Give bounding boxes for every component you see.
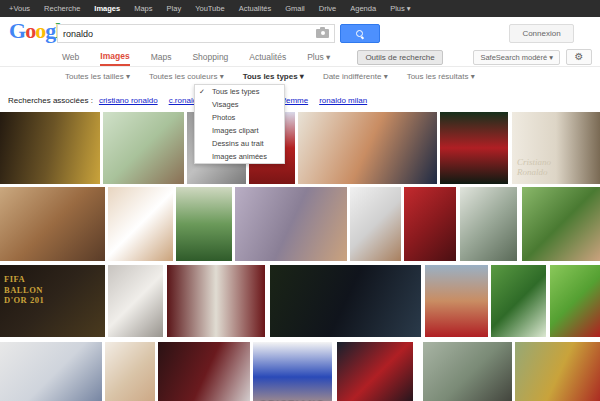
logo-letter: o (35, 18, 45, 43)
search-header: Google Connexion (0, 17, 600, 48)
image-thumbnail[interactable] (0, 342, 102, 401)
tabs-right-group: SafeSearch modéré ▾ ⚙ (473, 49, 592, 65)
topbar-link-youtube[interactable]: YouTube (195, 4, 224, 13)
image-thumbnail[interactable] (103, 112, 184, 184)
topbar-link-recherche[interactable]: Recherche (44, 4, 80, 13)
topbar-link-actualits[interactable]: Actualités (239, 4, 272, 13)
related-search-link[interactable]: cristiano ronaldo (99, 96, 158, 105)
filter-dateindifférente[interactable]: Date indifférente ▾ (323, 72, 388, 81)
filter-touslesrésultats[interactable]: Tous les résultats ▾ (407, 72, 475, 81)
related-searches: Recherches associées : cristiano ronaldo… (0, 93, 600, 107)
search-button[interactable] (340, 24, 380, 43)
tab-shopping[interactable]: Shopping (192, 48, 228, 66)
filter-touslestypes[interactable]: Tous les types ▾ (243, 72, 304, 81)
dropdown-item-tous-les-types[interactable]: ✓Tous les types (195, 85, 284, 98)
topbar-link-vous[interactable]: +Vous (9, 4, 30, 13)
type-filter-dropdown: ✓Tous les typesVisagesPhotosImages clipa… (194, 84, 285, 164)
image-thumbnail[interactable] (350, 187, 401, 261)
image-thumbnail[interactable] (550, 265, 600, 337)
tab-images[interactable]: Images (100, 48, 129, 66)
search-box (57, 24, 335, 43)
dropdown-item-images-animées[interactable]: Images animées (195, 150, 284, 163)
image-thumbnail[interactable] (337, 342, 413, 401)
search-input[interactable] (58, 29, 316, 39)
filter-touteslestailles[interactable]: Toutes les tailles ▾ (65, 72, 130, 81)
image-thumbnail[interactable] (0, 112, 100, 184)
tab-plus[interactable]: Plus ▾ (307, 48, 330, 66)
topbar-link-agenda[interactable]: Agenda (350, 4, 376, 13)
image-thumbnail[interactable] (404, 187, 456, 261)
image-thumbnail[interactable] (108, 187, 173, 261)
image-thumbnail[interactable]: CRISTIANO (253, 342, 332, 401)
topbar-link-images[interactable]: Images (94, 4, 120, 13)
image-thumbnail[interactable] (515, 342, 600, 401)
logo-letter: g (45, 18, 55, 43)
topbar-link-maps[interactable]: Maps (134, 4, 152, 13)
dropdown-item-label: Dessins au trait (212, 139, 264, 148)
image-thumbnail[interactable] (425, 265, 488, 337)
sign-in-button[interactable]: Connexion (509, 24, 574, 43)
image-thumbnail[interactable] (0, 187, 105, 261)
image-thumbnail[interactable] (460, 187, 517, 261)
image-thumbnail[interactable]: Cristiano Ronaldo (512, 112, 600, 184)
tab-actualits[interactable]: Actualités (249, 48, 286, 66)
topbar-link-gmail[interactable]: Gmail (285, 4, 305, 13)
logo-letter: G (9, 18, 25, 43)
image-thumbnail[interactable] (270, 265, 421, 337)
result-type-tabs: WebImagesMapsShoppingActualitésPlus ▾Out… (0, 48, 600, 67)
dropdown-item-label: Tous les types (212, 87, 260, 96)
search-tools-button[interactable]: Outils de recherche (357, 50, 442, 65)
dropdown-item-images-clipart[interactable]: Images clipart (195, 124, 284, 137)
filter-touteslescouleurs[interactable]: Toutes les couleurs ▾ (149, 72, 224, 81)
gear-icon[interactable]: ⚙ (566, 49, 592, 65)
dropdown-item-photos[interactable]: Photos (195, 111, 284, 124)
image-thumbnail[interactable] (105, 342, 155, 401)
thumbnail-overlay-text: FIFA BALLON D'OR 201 (4, 274, 48, 306)
dropdown-item-label: Images animées (212, 152, 267, 161)
logo-letter: o (25, 18, 35, 43)
image-thumbnail[interactable] (423, 342, 512, 401)
topbar-link-drive[interactable]: Drive (319, 4, 337, 13)
image-thumbnail[interactable] (108, 265, 163, 337)
dropdown-item-label: Visages (212, 100, 239, 109)
tab-web[interactable]: Web (62, 48, 79, 66)
google-black-bar: +VousRechercheImagesMapsPlayYouTubeActua… (0, 0, 600, 17)
topbar-link-play[interactable]: Play (167, 4, 182, 13)
image-thumbnail[interactable] (235, 187, 347, 261)
related-searches-label: Recherches associées : (8, 96, 93, 105)
safesearch-button[interactable]: SafeSearch modéré ▾ (473, 50, 560, 65)
image-thumbnail[interactable] (298, 112, 437, 184)
image-thumbnail[interactable] (176, 187, 232, 261)
image-thumbnail[interactable]: FIFA BALLON D'OR 201 (0, 265, 105, 337)
google-images-results-page: +VousRechercheImagesMapsPlayYouTubeActua… (0, 0, 600, 401)
search-icon (356, 30, 364, 38)
image-thumbnail[interactable] (440, 112, 508, 184)
image-thumbnail[interactable] (491, 265, 546, 337)
related-search-link[interactable]: ronaldo milan (319, 96, 367, 105)
topbar-link-plus[interactable]: Plus ▾ (390, 4, 410, 13)
dropdown-item-label: Images clipart (212, 126, 259, 135)
dropdown-item-visages[interactable]: Visages (195, 98, 284, 111)
image-filters-row: Toutes les tailles ▾Toutes les couleurs … (0, 67, 600, 86)
tab-maps[interactable]: Maps (151, 48, 172, 66)
image-thumbnail[interactable] (158, 342, 250, 401)
thumbnail-overlay-text: Cristiano Ronaldo (517, 158, 562, 178)
dropdown-item-label: Photos (212, 113, 235, 122)
dropdown-item-dessins-au-trait[interactable]: Dessins au trait (195, 137, 284, 150)
search-by-image-camera-icon[interactable] (316, 29, 329, 38)
image-thumbnail[interactable] (522, 187, 600, 261)
image-thumbnail[interactable] (167, 265, 265, 337)
check-icon: ✓ (199, 88, 205, 96)
